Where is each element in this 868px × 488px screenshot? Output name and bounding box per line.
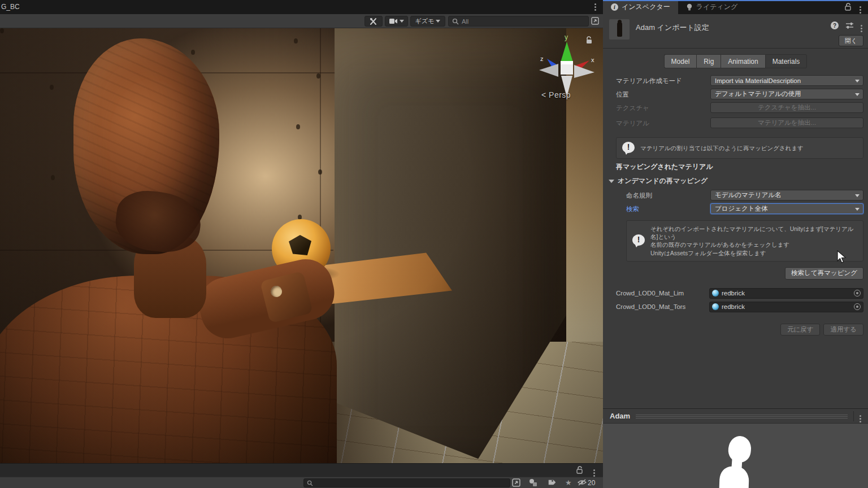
unity-editor-window: G_BC ギズモ [0,0,868,488]
chevron-down-icon [855,194,860,197]
gizmos-button[interactable]: ギズモ [410,16,445,27]
material-sphere-icon [712,303,719,310]
scene-lock-icon[interactable] [585,36,593,47]
chevron-down-icon [855,93,860,96]
preview-section: Adam [603,408,868,488]
search-info-line1: それぞれのインポートされたマテリアルについて、Unityはまず[マテリアル名]と… [650,225,857,241]
favorites-star-icon[interactable]: ★ [565,479,572,486]
scene-toolbar: ギズモ All [0,14,603,28]
search-info-box: ! それぞれのインポートされたマテリアルについて、Unityはまず[マテリアル名… [626,220,863,262]
material-creation-mode-dropdown[interactable]: Import via MaterialDescription [710,75,863,86]
naming-rule-dropdown[interactable]: モデルのマテリアル名 [710,190,863,201]
warning-bubble-icon: ! [632,234,646,247]
materials-form: マテリアル作成モード Import via MaterialDescriptio… [603,75,868,338]
scene-camera-button[interactable] [385,16,408,27]
search-and-remap-button[interactable]: 検索して再マッピング [785,267,863,280]
axis-y-label: y [565,33,568,41]
object-picker-icon[interactable] [854,290,861,297]
tab-animation[interactable]: Animation [721,54,765,68]
gizmos-label: ギズモ [415,17,435,25]
object-picker-icon[interactable] [854,303,861,310]
search-icon [307,480,313,486]
material-object-field[interactable]: redbrick [709,288,863,299]
inspector-tabbar: i インスペクター ライティング [603,0,868,14]
axis-x-label: x [591,56,594,63]
camera-icon [389,18,398,24]
revert-button: 元に戻す [780,324,821,336]
open-button[interactable]: 開く [839,35,863,46]
import-mode-tabs: Model Rig Animation Materials [603,54,868,68]
search-icon [452,18,459,25]
location-value: デフォルトマテリアルの使用 [715,90,801,98]
tab-lighting[interactable]: ライティング [678,0,746,14]
scene-search-field[interactable]: All [448,16,589,27]
naming-rule-label: 命名規則 [626,191,652,200]
material-slot-name: Crowd_LOD0_Mat_Tors [616,303,708,310]
material-creation-mode-value: Import via MaterialDescription [715,77,801,84]
help-icon[interactable]: ? [831,21,839,29]
material-object-field[interactable]: redbrick [709,302,863,312]
preview-header[interactable]: Adam [603,408,868,424]
preview-drag-handle[interactable] [636,415,848,419]
chevron-down-icon [855,80,860,82]
material-row: Crowd_LOD0_Mat_Tors redbrick [603,301,868,315]
bottom-toolbar: ★ 20 [0,477,603,488]
scene-viewport[interactable]: y z x < Persp [0,28,603,463]
bottom-search-field[interactable] [303,478,510,487]
shapes-filter-icon[interactable] [529,478,538,488]
foldout-caret-icon [609,180,614,183]
panel-lock-icon[interactable] [576,466,583,474]
presets-icon[interactable] [845,22,854,29]
preview-menu-icon[interactable] [860,415,861,417]
tab-inspector[interactable]: i インスペクター [603,0,678,14]
search-scope-label: 検索 [626,205,639,213]
perspective-label[interactable]: < Persp [541,90,571,99]
import-settings-header: Adam インポート設定 ? 開く [603,14,868,49]
scene-tools-button[interactable] [364,16,383,27]
material-slot-name: Crowd_LOD0_Mat_Lim [616,290,708,297]
chevron-down-icon [855,208,860,211]
tab-inspector-label: インスペクター [622,2,670,12]
materials-label: マテリアル [616,119,649,128]
ondemand-remap-foldout[interactable]: オンデマンドの再マッピング [609,176,868,186]
tab-materials[interactable]: Materials [765,54,808,68]
inspector-info-icon: i [611,3,618,11]
scene-window: G_BC ギズモ [0,0,603,488]
search-info-line2: 名前の既存のマテリアルがあるかをチェックします [650,241,857,249]
location-label: 位置 [616,90,629,99]
focused-panel-accent [603,0,868,1]
material-row: Crowd_LOD0_Mat_Lim redbrick [603,287,868,301]
tools-icon [370,18,377,25]
location-dropdown[interactable]: デフォルトマテリアルの使用 [710,89,863,99]
inspector-panel: i インスペクター ライティング Adam インポート設定 [603,0,868,488]
hidden-count: 20 [588,479,595,487]
preview-title: Adam [610,412,630,420]
apply-button: 適用する [823,324,863,336]
material-creation-mode-label: マテリアル作成モード [616,77,682,85]
material-object-value: redbrick [722,303,851,310]
material-object-value: redbrick [722,290,851,297]
hidden-objects-eye-icon[interactable] [578,478,587,488]
inspector-lock-icon[interactable] [844,3,852,11]
extract-textures-button: テクスチャを抽出... [710,102,863,113]
scene-tabbar: G_BC [0,0,603,14]
label-tag-icon[interactable] [547,478,555,488]
popout-icon[interactable] [512,478,520,488]
scene-search-value: All [462,18,468,25]
header-menu-icon[interactable] [861,25,862,27]
ondemand-remap-label: オンデマンドの再マッピング [618,176,708,186]
tab-model[interactable]: Model [664,54,697,68]
scene-tab[interactable]: G_BC [1,3,20,11]
search-scope-value: プロジェクト全体 [715,204,768,213]
scene-maximize-icon[interactable] [591,17,599,25]
panel-menu-icon[interactable] [593,469,595,471]
naming-rule-value: モデルのマテリアル名 [715,191,781,199]
scene-tab-menu-icon[interactable] [594,3,596,5]
search-scope-dropdown[interactable]: プロジェクト全体 [710,203,863,214]
preview-viewport[interactable] [603,424,868,488]
bulb-icon [686,3,693,11]
scene-vignette [0,28,603,463]
inspector-menu-icon[interactable] [860,6,861,8]
tab-rig[interactable]: Rig [696,54,721,68]
remap-info-box: ! マテリアルの割り当ては以下のように再マッピングされます [616,137,863,159]
